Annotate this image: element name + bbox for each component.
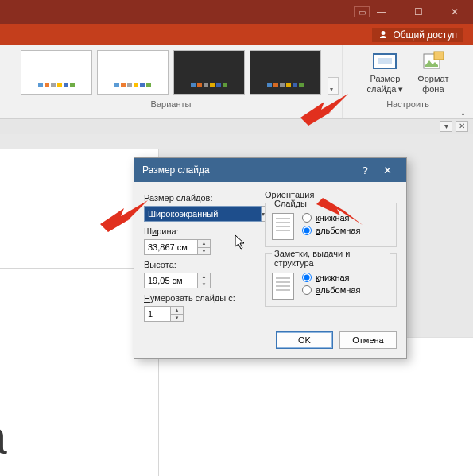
width-label: Ширина: — [144, 226, 255, 236]
window-titlebar: ▭ — ☐ ✕ — [0, 0, 473, 24]
numbering-label: Нумеровать слайды с: — [144, 293, 255, 303]
variants-group: —▾ Варианты — [0, 45, 342, 118]
share-icon — [378, 30, 388, 40]
height-spinner[interactable]: ▲▼ — [144, 273, 255, 288]
dialog-titlebar[interactable]: Размер слайда ? ✕ — [134, 158, 406, 182]
height-input[interactable] — [144, 273, 198, 288]
svg-rect-1 — [378, 58, 392, 64]
width-input[interactable] — [144, 239, 198, 255]
notes-portrait-radio[interactable]: книжная — [302, 273, 360, 282]
height-label: Высота: — [144, 260, 255, 269]
share-label: Общий доступ — [393, 29, 457, 41]
configure-group: Размер слайда ▾ Формат фона Настроить ˄ — [342, 45, 473, 118]
slide-size-button[interactable]: Размер слайда ▾ — [367, 50, 404, 95]
ribbon-share-row: Общий доступ — [0, 24, 473, 45]
numbering-spinner[interactable]: ▲▼ — [144, 306, 255, 322]
variant-thumb[interactable] — [250, 50, 321, 95]
variants-group-label: Варианты — [151, 99, 192, 109]
slides-orientation-fieldset: Слайды книжная альбомная — [265, 203, 397, 247]
background-format-button[interactable]: Формат фона — [417, 50, 448, 95]
page-portrait-icon — [272, 273, 294, 300]
variants-more-button[interactable]: —▾ — [328, 77, 339, 95]
slide-size-dialog: Размер слайда ? ✕ Размер слайдов: ▾ Шири… — [134, 157, 407, 359]
cancel-button[interactable]: Отмена — [339, 331, 397, 349]
slides-size-combo[interactable]: ▾ — [144, 206, 255, 222]
page-portrait-icon — [272, 213, 294, 240]
window-minimize-button[interactable]: — — [363, 0, 400, 24]
width-spinner[interactable]: ▲▼ — [144, 239, 255, 255]
ribbon-collapse-button[interactable]: ˄ — [461, 112, 465, 121]
background-format-label: Формат фона — [417, 74, 448, 95]
slide-title-fragment: да — [0, 408, 7, 465]
slides-portrait-radio[interactable]: книжная — [302, 213, 360, 223]
pane-strip: ▾ ✕ — [0, 118, 473, 134]
pane-close-button[interactable]: ✕ — [456, 121, 468, 132]
slides-size-label: Размер слайдов: — [144, 193, 255, 203]
share-button[interactable]: Общий доступ — [372, 28, 463, 42]
slides-size-input[interactable] — [144, 206, 262, 222]
spinner-arrows[interactable]: ▲▼ — [198, 239, 211, 255]
window-maximize-button[interactable]: ☐ — [400, 0, 436, 24]
spinner-arrows[interactable]: ▲▼ — [198, 273, 211, 288]
numbering-input[interactable] — [144, 306, 171, 322]
dialog-help-button[interactable]: ? — [354, 164, 376, 176]
notes-orientation-fieldset: Заметки, выдачи и структура книжная альб… — [265, 253, 397, 307]
variant-thumb[interactable] — [173, 50, 245, 95]
window-close-button[interactable]: ✕ — [436, 0, 473, 24]
variant-thumb[interactable] — [21, 50, 92, 95]
slides-legend: Слайды — [272, 199, 309, 208]
dialog-close-button[interactable]: ✕ — [376, 164, 398, 176]
ribbon: —▾ Варианты Размер слайда ▾ Формат фона … — [0, 45, 473, 118]
configure-group-label: Настроить — [386, 99, 429, 109]
svg-rect-3 — [434, 52, 444, 60]
ok-button[interactable]: OK — [276, 331, 333, 349]
variant-thumb[interactable] — [97, 50, 169, 95]
dialog-title: Размер слайда — [142, 164, 210, 176]
notes-legend: Заметки, выдачи и структура — [272, 249, 390, 268]
slides-landscape-radio[interactable]: альбомная — [302, 226, 360, 235]
slide-size-label: Размер слайда ▾ — [367, 74, 404, 95]
notes-landscape-radio[interactable]: альбомная — [302, 285, 360, 295]
background-format-icon — [420, 50, 447, 72]
pane-dropdown-button[interactable]: ▾ — [440, 121, 452, 132]
slide-size-icon — [371, 50, 398, 72]
spinner-arrows[interactable]: ▲▼ — [171, 306, 184, 322]
